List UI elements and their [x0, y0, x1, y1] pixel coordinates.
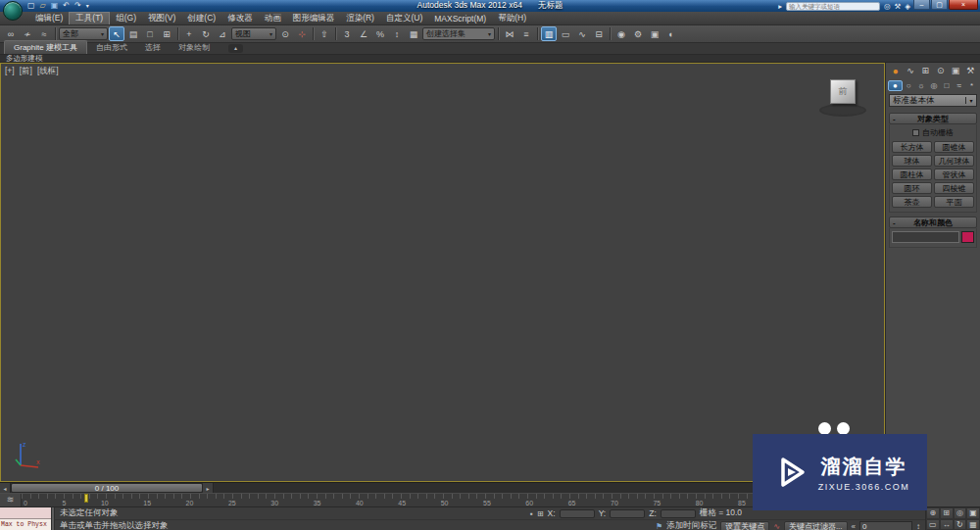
viewport-front[interactable]: [+] [前] [线框] 前 x z — [0, 63, 885, 482]
curve-editor-button[interactable]: ∿ — [574, 26, 590, 41]
tab-motion-icon[interactable]: ⊙ — [933, 66, 948, 75]
selection-lock-icon[interactable]: ▪ — [530, 509, 533, 518]
viewport-menu-general[interactable]: [+] — [5, 66, 15, 77]
use-center-button[interactable]: ⊙ — [277, 26, 293, 41]
menu-graph-editors[interactable]: 图形编辑器 — [287, 12, 341, 24]
set-key-button[interactable]: 设置关键点 — [720, 521, 769, 530]
tab-modify-icon[interactable]: ∿ — [903, 66, 917, 75]
select-and-rotate-button[interactable]: ↻ — [198, 26, 214, 41]
zoom-extents-icon[interactable]: ◎ — [954, 507, 967, 519]
menu-group[interactable]: 组(G) — [110, 12, 142, 24]
select-and-scale-button[interactable]: ⊿ — [215, 26, 230, 41]
key-filter-curve-icon[interactable]: ∿ — [773, 522, 780, 530]
menu-maxscript[interactable]: MAXScript(M) — [428, 12, 492, 24]
tab-hierarchy-icon[interactable]: ⊞ — [918, 66, 933, 75]
align-button[interactable]: ≡ — [518, 26, 534, 41]
mirror-button[interactable]: ⋈ — [502, 26, 517, 41]
render-production-button[interactable]: ◐ — [663, 26, 679, 41]
reference-coordinate-dropdown[interactable]: 视图▾ — [231, 27, 276, 40]
tab-utilities-icon[interactable]: ⚒ — [963, 66, 978, 75]
maxscript-mini-listener[interactable]: Max to Physx ( — [0, 507, 51, 530]
object-color-swatch[interactable] — [961, 231, 974, 243]
keyboard-override-button[interactable]: ⇧ — [317, 26, 332, 41]
frame-spinner-icon[interactable]: ↕ — [916, 522, 920, 530]
viewcube[interactable]: 前 — [817, 79, 868, 117]
listener-script-line[interactable]: Max to Physx ( — [0, 519, 51, 530]
app-button[interactable] — [3, 1, 23, 21]
ribbon-tab-object-paint[interactable]: 对象绘制 — [170, 41, 219, 54]
menu-customize[interactable]: 自定义(U) — [380, 12, 428, 24]
infocenter-search-input[interactable] — [786, 2, 880, 11]
subscription-center-icon[interactable]: ⚒ — [895, 2, 902, 11]
zoom-all-icon[interactable]: ⊞ — [940, 507, 954, 519]
graphite-ribbon-toggle-button[interactable]: ▭ — [558, 26, 573, 41]
geometry-category-dropdown[interactable]: 标准基本体 ▾ — [889, 94, 977, 107]
unlink-selection-icon[interactable]: ≁ — [20, 26, 35, 41]
object-type-rollout-header[interactable]: - 对象类型 — [889, 113, 977, 124]
polygon-modeling-panel-label[interactable]: 多边形建模 — [6, 54, 43, 64]
add-time-tag-icon[interactable]: ⚑ — [656, 522, 662, 530]
sphere-button[interactable]: 球体 — [892, 155, 932, 167]
geosphere-button[interactable]: 几何球体 — [934, 155, 974, 167]
menu-rendering[interactable]: 渲染(R) — [340, 12, 380, 24]
save-file-icon[interactable]: ▣ — [51, 1, 59, 11]
absolute-mode-icon[interactable]: ⊞ — [537, 509, 544, 518]
y-coord-input[interactable] — [610, 509, 645, 518]
mini-curve-editor-icon[interactable]: ≋ — [0, 494, 22, 506]
cylinder-button[interactable]: 圆柱体 — [892, 169, 932, 180]
z-coord-input[interactable] — [661, 509, 696, 518]
maximize-button[interactable]: ▢ — [931, 0, 948, 10]
ribbon-minimize-icon[interactable]: ▴ — [228, 44, 243, 53]
material-editor-button[interactable]: ◉ — [613, 26, 629, 41]
menu-modifiers[interactable]: 修改器 — [221, 12, 259, 24]
cone-button[interactable]: 圆锥体 — [934, 141, 974, 153]
category-helpers-icon[interactable]: □ — [940, 81, 953, 90]
current-frame-input[interactable] — [859, 521, 912, 530]
zoom-icon[interactable]: ⊕ — [926, 507, 940, 519]
menu-tools[interactable]: 工具(T) — [69, 12, 110, 24]
select-object-button[interactable]: ↖ — [109, 26, 124, 41]
viewport-menu-view[interactable]: [前] — [20, 66, 32, 77]
torus-button[interactable]: 圆环 — [892, 182, 932, 194]
zoom-region-icon[interactable]: ▭ — [926, 519, 940, 530]
menu-create[interactable]: 创建(C) — [181, 12, 221, 24]
add-time-tag-label[interactable]: 添加时间标记 — [666, 520, 716, 530]
viewcube-compass-ring[interactable] — [819, 104, 866, 117]
new-file-icon[interactable]: ▢ — [27, 1, 35, 11]
category-spacewarps-icon[interactable]: ≈ — [953, 81, 965, 90]
x-coord-input[interactable] — [560, 509, 595, 518]
percent-snap-button[interactable]: % — [372, 26, 388, 41]
communication-center-icon[interactable]: ◈ — [905, 2, 910, 11]
selection-region-button[interactable]: □ — [142, 26, 158, 41]
box-button[interactable]: 长方体 — [892, 141, 932, 153]
ribbon-tab-freeform[interactable]: 自由形式 — [87, 41, 136, 54]
plane-button[interactable]: 平面 — [934, 196, 974, 208]
select-and-link-icon[interactable]: ∞ — [3, 26, 19, 41]
category-shapes-icon[interactable]: ○ — [903, 81, 915, 90]
menu-views[interactable]: 视图(V) — [142, 12, 181, 24]
time-slider-next-icon[interactable]: ▸ — [203, 483, 214, 493]
teapot-button[interactable]: 茶壶 — [892, 196, 932, 208]
autogrid-checkbox[interactable] — [912, 129, 919, 136]
object-name-field[interactable] — [892, 231, 959, 243]
key-filters-button[interactable]: 关键点过滤器... — [784, 521, 848, 530]
window-crossing-button[interactable]: ⊞ — [159, 26, 174, 41]
name-color-rollout-header[interactable]: - 名称和颜色 — [889, 217, 977, 228]
bind-to-space-warp-icon[interactable]: ≈ — [36, 26, 52, 41]
snap-toggle-button[interactable]: 3 — [339, 26, 355, 41]
schematic-view-button[interactable]: ⊟ — [591, 26, 607, 41]
minimize-button[interactable]: – — [913, 0, 930, 10]
tube-button[interactable]: 管状体 — [934, 169, 974, 180]
close-button[interactable]: × — [949, 0, 978, 10]
tab-create-icon[interactable]: ● — [888, 66, 903, 76]
select-and-move-button[interactable]: + — [181, 26, 197, 41]
menu-edit[interactable]: 编辑(E) — [29, 12, 69, 24]
open-file-icon[interactable]: ▱ — [40, 1, 46, 11]
pyramid-button[interactable]: 四棱锥 — [934, 182, 974, 194]
infocenter-search-icon[interactable]: ◎ — [884, 2, 891, 11]
time-slider-prev-icon[interactable]: ◂ — [0, 483, 11, 493]
category-cameras-icon[interactable]: ◎ — [928, 81, 941, 90]
viewcube-cube[interactable]: 前 — [830, 79, 856, 104]
time-slider-handle[interactable]: 0 / 100 — [11, 483, 203, 493]
viewport-menu-shading[interactable]: [线框] — [37, 66, 59, 77]
